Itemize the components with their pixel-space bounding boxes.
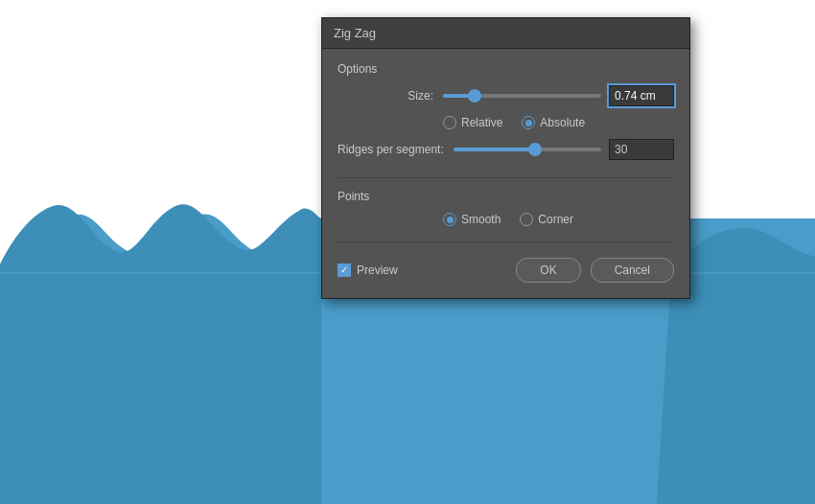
ridges-input[interactable] [609,139,674,160]
smooth-radio-dot [447,217,454,223]
smooth-radio[interactable] [443,213,456,226]
checkbox-check-icon: ✓ [340,265,348,275]
ridges-slider-fill [454,148,535,151]
preview-row: ✓ Preview [338,263,398,277]
footer-divider [338,241,674,242]
cancel-button[interactable]: Cancel [591,258,674,283]
corner-option[interactable]: Corner [520,213,573,226]
size-type-row: Relative Absolute [443,116,674,129]
absolute-option[interactable]: Absolute [522,116,585,129]
zig-zag-dialog: Zig Zag Options Size: Relative [321,17,690,299]
size-input[interactable] [609,85,674,106]
absolute-radio-dot [525,120,532,126]
corner-radio[interactable] [520,213,533,226]
size-slider-track[interactable] [443,94,601,98]
ridges-slider-track[interactable] [454,148,601,151]
size-row: Size: [338,85,674,106]
relative-radio[interactable] [443,116,456,129]
absolute-label: Absolute [540,116,585,129]
ridges-label: Ridges per segment: [338,143,454,156]
preview-checkbox[interactable]: ✓ [338,263,351,277]
options-label: Options [338,62,674,76]
ok-button[interactable]: OK [516,258,580,283]
button-group: OK Cancel [516,258,674,283]
points-label: Points [338,190,674,203]
dialog-titlebar: Zig Zag [322,18,689,49]
ridges-slider-thumb[interactable] [528,143,542,156]
points-type-row: Smooth Corner [443,213,674,226]
dialog-footer: ✓ Preview OK Cancel [338,254,674,283]
ridges-row: Ridges per segment: [338,139,674,160]
dialog-body: Options Size: Relative [322,49,689,298]
smooth-label: Smooth [461,213,501,226]
corner-label: Corner [538,213,573,226]
size-slider-thumb[interactable] [468,89,481,103]
preview-label: Preview [357,263,398,277]
dialog-title: Zig Zag [334,26,376,40]
relative-label: Relative [461,116,502,129]
options-section: Options Size: Relative [338,62,674,160]
size-label: Size: [338,89,443,103]
smooth-option[interactable]: Smooth [443,213,501,226]
points-section: Points Smooth Corner [338,190,674,226]
divider [338,177,674,178]
absolute-radio[interactable] [522,116,535,129]
relative-option[interactable]: Relative [443,116,502,129]
